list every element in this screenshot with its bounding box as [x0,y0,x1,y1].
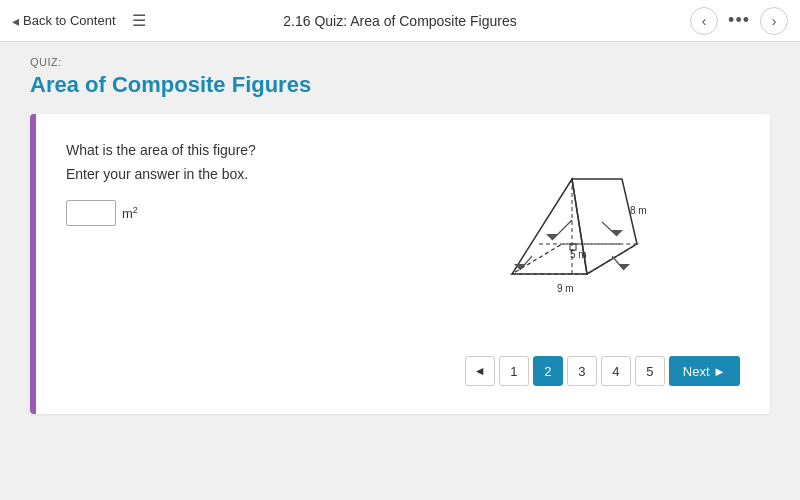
figure-svg: 8 m 5 m 9 m [482,164,662,314]
nav-next-button[interactable]: › [760,7,788,35]
back-label: Back to Content [23,13,116,28]
pagination-page-4[interactable]: 4 [601,356,631,386]
answer-input[interactable] [66,200,116,226]
question-card: What is the area of this figure? Enter y… [30,114,770,414]
answer-row: m2 [66,200,403,226]
hamburger-menu-icon[interactable]: ☰ [132,11,146,30]
svg-line-11 [602,222,617,236]
card-body: What is the area of this figure? Enter y… [36,114,770,414]
svg-marker-8 [546,234,558,240]
nav-prev-icon: ‹ [702,13,707,29]
pagination-prev-button[interactable]: ◄ [465,356,495,386]
nav-more-options-icon[interactable]: ••• [728,10,750,31]
svg-marker-12 [611,230,623,236]
answer-prompt: Enter your answer in the box. [66,166,403,182]
nav-right-controls: ‹ ••• › [690,7,788,35]
card-content: What is the area of this figure? Enter y… [66,142,740,336]
card-left: What is the area of this figure? Enter y… [66,142,403,336]
pagination: ◄ 1 2 3 4 5 Next ► [66,356,740,386]
question-text: What is the area of this figure? [66,142,403,158]
pagination-page-2[interactable]: 2 [533,356,563,386]
svg-text:5 m: 5 m [570,249,587,260]
back-to-content-button[interactable]: ◂ Back to Content [12,13,116,29]
pagination-page-3[interactable]: 3 [567,356,597,386]
pagination-page-1[interactable]: 1 [499,356,529,386]
main-content: QUIZ: Area of Composite Figures What is … [0,42,800,500]
quiz-title: Area of Composite Figures [30,72,770,98]
quiz-label: QUIZ: [30,56,770,68]
svg-text:8 m: 8 m [630,205,647,216]
next-button[interactable]: Next ► [669,356,740,386]
nav-next-icon: › [772,13,777,29]
card-figure: 8 m 5 m 9 m [403,142,740,336]
top-navigation: ◂ Back to Content ☰ 2.16 Quiz: Area of C… [0,0,800,42]
back-arrow-icon: ◂ [12,13,19,29]
nav-prev-button[interactable]: ‹ [690,7,718,35]
answer-unit: m2 [122,205,138,221]
svg-text:9 m: 9 m [557,283,574,294]
pagination-page-5[interactable]: 5 [635,356,665,386]
svg-marker-10 [618,264,630,270]
nav-title: 2.16 Quiz: Area of Composite Figures [283,13,516,29]
